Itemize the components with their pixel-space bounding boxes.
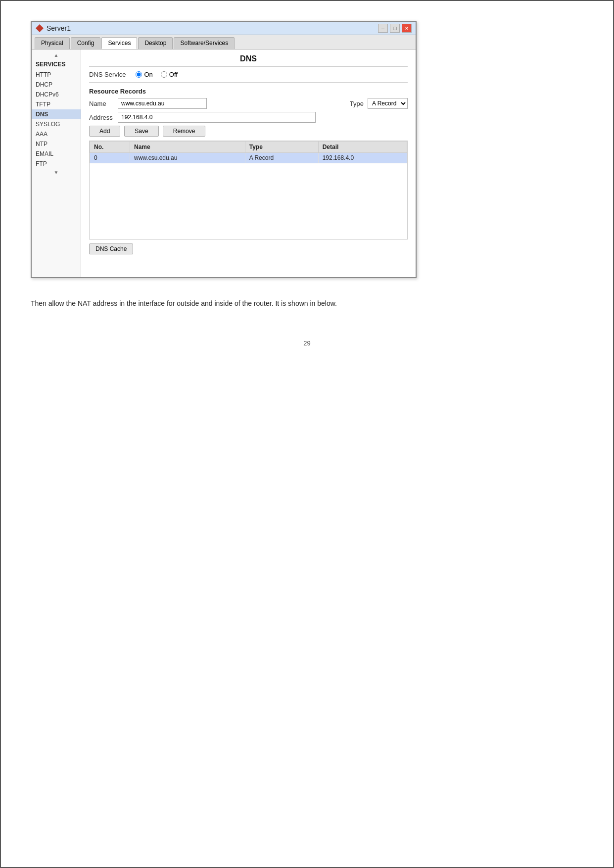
dns-service-row: DNS Service On Off [89, 71, 408, 83]
tab-desktop[interactable]: Desktop [138, 37, 173, 49]
col-type: Type [245, 142, 318, 153]
sidebar-item-email[interactable]: EMAIL [32, 149, 81, 159]
tab-config[interactable]: Config [71, 37, 101, 49]
tab-bar: Physical Config Services Desktop Softwar… [32, 35, 416, 49]
cell-detail: 192.168.4.0 [318, 153, 407, 163]
dns-service-label: DNS Service [89, 71, 126, 78]
window-title: Server1 [47, 24, 71, 32]
dns-table: No. Name Type Detail 0 www.csu.edu.au A … [90, 141, 407, 163]
dns-off-label: Off [169, 71, 178, 78]
dns-on-radio[interactable] [136, 71, 142, 78]
cell-no: 0 [90, 153, 130, 163]
body-text: Then allow the NAT address in the interf… [31, 298, 337, 310]
table-row[interactable]: 0 www.csu.edu.au A Record 192.168.4.0 [90, 153, 407, 163]
dns-off-option[interactable]: Off [161, 71, 178, 78]
sidebar-item-http[interactable]: HTTP [32, 70, 81, 80]
cell-name: www.csu.edu.au [130, 153, 245, 163]
name-label: Name [89, 100, 114, 107]
dns-panel: DNS DNS Service On Off [81, 49, 416, 277]
sidebar-item-ntp[interactable]: NTP [32, 139, 81, 149]
scroll-up-arrow[interactable]: ▲ [32, 51, 81, 59]
tab-physical[interactable]: Physical [35, 37, 70, 49]
type-select[interactable]: A Record NS CNAME [368, 98, 408, 109]
tab-software-services[interactable]: Software/Services [174, 37, 235, 49]
address-input[interactable] [118, 112, 316, 123]
title-bar-controls: – □ × [378, 24, 412, 33]
services-panel: ▲ SERVICES HTTP DHCP DHCPv6 TFTP DNS SYS… [32, 49, 81, 277]
dns-radio-group: On Off [136, 71, 177, 78]
save-button[interactable]: Save [124, 126, 158, 137]
dns-on-option[interactable]: On [136, 71, 152, 78]
minimize-button[interactable]: – [378, 24, 388, 33]
close-button[interactable]: × [402, 24, 412, 33]
tab-services[interactable]: Services [101, 37, 137, 49]
page-number: 29 [31, 339, 583, 347]
server1-window: Server1 – □ × Physical Config Services D… [31, 21, 417, 278]
resource-records-label: Resource Records [89, 88, 408, 95]
name-type-row: Name Type A Record NS CNAME [89, 98, 408, 109]
address-label: Address [89, 114, 114, 121]
dns-cache-button[interactable]: DNS Cache [89, 243, 133, 254]
col-detail: Detail [318, 142, 407, 153]
sidebar-item-dhcpv6[interactable]: DHCPv6 [32, 90, 81, 99]
main-area: ▲ SERVICES HTTP DHCP DHCPv6 TFTP DNS SYS… [32, 49, 416, 277]
sidebar-item-aaa[interactable]: AAA [32, 129, 81, 139]
dns-off-radio[interactable] [161, 71, 167, 78]
scroll-down-arrow[interactable]: ▼ [32, 169, 81, 176]
title-bar: Server1 – □ × [32, 22, 416, 35]
remove-button[interactable]: Remove [163, 126, 206, 137]
action-row: Add Save Remove [89, 126, 408, 137]
sidebar-item-ftp[interactable]: FTP [32, 159, 81, 169]
type-label: Type [350, 100, 364, 107]
sidebar-item-dns[interactable]: DNS [32, 109, 81, 119]
services-header: SERVICES [32, 59, 81, 70]
sidebar-item-tftp[interactable]: TFTP [32, 99, 81, 109]
address-row: Address [89, 112, 408, 123]
col-name: Name [130, 142, 245, 153]
table-header-row: No. Name Type Detail [90, 142, 407, 153]
dns-on-label: On [144, 71, 152, 78]
sidebar-item-dhcp[interactable]: DHCP [32, 80, 81, 90]
network-icon [36, 24, 44, 32]
col-no: No. [90, 142, 130, 153]
title-bar-left: Server1 [36, 24, 71, 32]
cell-type: A Record [245, 153, 318, 163]
sidebar-item-syslog[interactable]: SYSLOG [32, 119, 81, 129]
add-button[interactable]: Add [89, 126, 120, 137]
dns-title: DNS [89, 54, 408, 67]
name-input[interactable] [118, 98, 207, 109]
maximize-button[interactable]: □ [390, 24, 400, 33]
dns-table-container: No. Name Type Detail 0 www.csu.edu.au A … [89, 141, 408, 240]
